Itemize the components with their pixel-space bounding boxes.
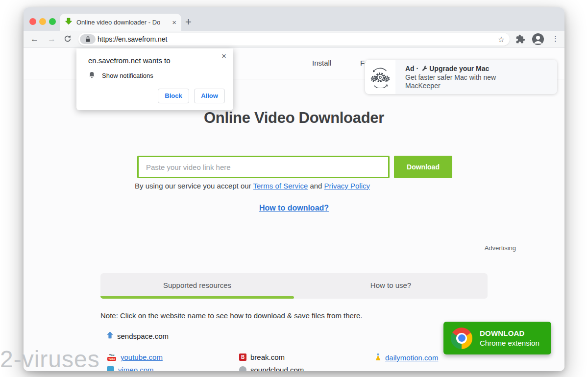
bookmark-star-icon[interactable]: ☆ [498,35,505,44]
tab-title: Online video downloader - Dow [76,19,160,26]
browser-window: Online video downloader - Dow × + ← → ht… [24,7,564,371]
how-to-download-link[interactable]: How to download? [259,204,329,212]
savefrom-favicon-icon [65,18,73,27]
extension-button-line2: Chrome extension [480,339,539,347]
extension-button-line1: DOWNLOAD [480,329,539,337]
video-link-input[interactable] [137,156,390,178]
new-tab-button[interactable]: + [185,17,192,27]
window-close-button[interactable] [29,18,36,25]
site-label[interactable]: soundcloud.com [250,366,304,371]
site-link[interactable]: youtube.com [121,353,163,361]
terms-of-service-link[interactable]: Terms of Service [253,182,308,190]
download-button[interactable]: Download [394,156,452,178]
browser-toolbar: ← → https://en.savefrom.net ☆ ⋮ [24,31,564,48]
ad-body: Get faster safer Mac with new MacKeeper [405,73,528,90]
site-link[interactable]: dailymotion.com [385,353,438,362]
list-item-soundcloud[interactable]: soundcloud.com [239,366,304,371]
wrench-icon [421,66,428,72]
list-item-sendspace[interactable]: sendspace.com [107,331,169,340]
supported-sites-list: sendspace.com You Tube youtube.com B bre… [100,329,488,371]
mackeeper-ad[interactable]: Ad · Upgrade your Mac Get faster safer M… [365,60,557,94]
tab-supported-resources[interactable]: Supported resources [100,273,294,296]
dialog-title: en.savefrom.net wants to [88,56,171,65]
site-permission-pill[interactable] [80,34,96,44]
tab-how-to-use[interactable]: How to use? [294,273,488,296]
allow-button[interactable]: Allow [194,89,225,103]
ad-gears-icon [365,60,395,94]
forward-icon: → [48,34,56,45]
terms-prefix: By using our service you accept our [135,182,253,190]
soundcloud-favicon-icon [239,366,246,371]
tab-close-icon[interactable]: × [172,19,176,26]
terms-line: By using our service you accept our Term… [135,182,370,190]
browser-tab-bar: Online video downloader - Dow × + [24,7,564,31]
webpage: Install For webmasters Help [24,48,564,371]
browser-tab[interactable]: Online video downloader - Dow × [60,14,181,31]
dialog-permission-text: Show notifications [102,72,153,79]
reload-icon[interactable] [64,35,72,46]
advertising-label: Advertising [485,244,516,252]
resources-note: Note: Click on the website name to see h… [100,311,362,320]
lock-icon [85,36,91,43]
watermark: 2-viruses [0,346,100,373]
list-item-break[interactable]: B break.com [239,353,285,361]
address-bar[interactable]: https://en.savefrom.net ☆ [78,33,510,46]
site-label[interactable]: break.com [250,353,285,361]
youtube-favicon-icon: You Tube [107,353,117,361]
ad-label: Ad · [405,65,418,72]
back-icon[interactable]: ← [30,34,39,45]
window-zoom-button[interactable] [49,18,56,25]
block-button[interactable]: Block [158,89,189,103]
ad-title: Upgrade your Mac [429,65,489,72]
profile-avatar[interactable] [532,33,544,45]
nav-install[interactable]: Install [312,59,331,67]
resources-tab-strip: Supported resources How to use? [100,273,488,299]
break-favicon-icon: B [239,353,246,361]
sendspace-favicon-icon [107,331,113,340]
active-tab-underline [100,296,294,299]
notification-permission-dialog: en.savefrom.net wants to Show notificati… [76,48,233,110]
browser-menu-icon[interactable]: ⋮ [552,34,559,43]
chrome-logo-icon [451,328,472,349]
site-link[interactable]: vimeo.com [118,366,154,371]
site-label[interactable]: sendspace.com [117,332,169,340]
vimeo-favicon-icon [107,366,114,371]
dialog-close-icon[interactable]: × [221,51,226,61]
window-minimize-button[interactable] [39,18,46,25]
bell-icon [88,71,96,80]
dailymotion-favicon-icon [375,353,381,362]
terms-and: and [308,182,324,190]
list-item-dailymotion[interactable]: dailymotion.com [375,353,438,362]
extensions-puzzle-icon[interactable] [515,34,525,47]
list-item-youtube[interactable]: You Tube youtube.com [107,353,163,361]
url-text[interactable]: https://en.savefrom.net [98,35,167,43]
page-title: Online Video Downloader [24,109,564,127]
list-item-vimeo[interactable]: vimeo.com [107,366,154,371]
chrome-extension-download-button[interactable]: DOWNLOAD Chrome extension [443,322,551,354]
screenshot-stage: Online video downloader - Dow × + ← → ht… [0,0,588,377]
privacy-policy-link[interactable]: Privacy Policy [324,182,370,190]
